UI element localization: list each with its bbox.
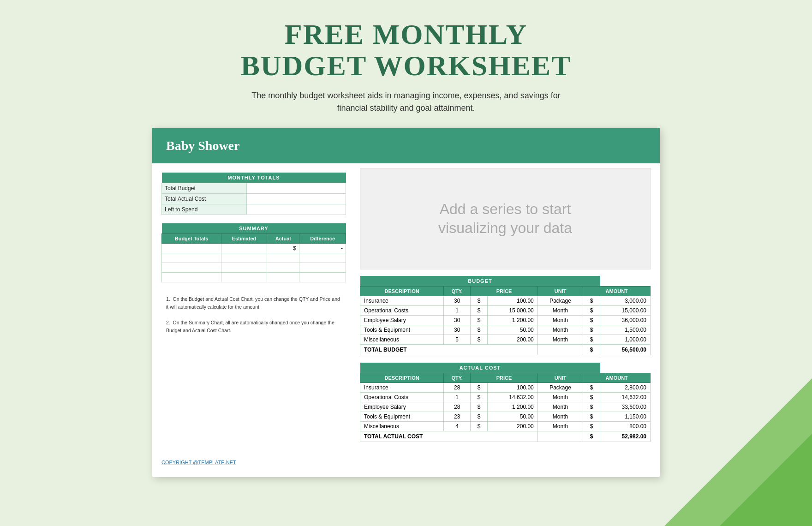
actual-tools-amount: 1,150.00	[600, 412, 651, 422]
actual-operational-qty: 1	[444, 393, 471, 402]
budget-insurance-dollar: $	[471, 296, 488, 306]
title-line1: FREE MONTHLY	[285, 18, 527, 50]
actual-tools-desc: Tools & Equipment	[360, 412, 444, 422]
actual-misc-dollar: $	[471, 422, 488, 431]
budget-col-unit: UNIT	[537, 287, 583, 296]
summary-actual-val[interactable]: $	[267, 244, 299, 253]
total-budget-row: Total Budget	[162, 183, 346, 194]
budget-employee-unit: Month	[537, 316, 583, 325]
summary-r4-c1[interactable]	[162, 273, 221, 282]
budget-employee-dollar: $	[471, 316, 488, 325]
actual-misc-amount: 800.00	[600, 422, 651, 431]
page-wrapper: FREE MONTHLY BUDGET WORKSHEET The monthl…	[0, 0, 812, 477]
summary-r2-c4[interactable]	[299, 253, 346, 263]
actual-insurance-unit: Package	[537, 383, 583, 393]
budget-tools-amount: 1,500.00	[600, 325, 651, 335]
actual-row-insurance: Insurance 28 $ 100.00 Package $ 2,800.00	[360, 383, 651, 393]
actual-total-dollar: $	[583, 431, 600, 442]
actual-insurance-amt-dollar: $	[583, 383, 600, 393]
actual-insurance-desc: Insurance	[360, 383, 444, 393]
summary-estimated-val[interactable]	[221, 244, 267, 253]
budget-operational-unit: Month	[537, 306, 583, 316]
actual-tools-unit: Month	[537, 412, 583, 422]
budget-employee-amt-dollar: $	[583, 316, 600, 325]
actual-operational-amt-dollar: $	[583, 393, 600, 402]
budget-operational-price: 15,000.00	[487, 306, 537, 316]
actual-cost-table: ACTUAL COST DESCRIPTION QTY. PRICE UNIT …	[360, 363, 651, 442]
summary-r3-c3[interactable]	[267, 263, 299, 273]
summary-data-row-2	[162, 253, 346, 263]
budget-tools-price: 50.00	[487, 325, 537, 335]
summary-r2-c1[interactable]	[162, 253, 221, 263]
summary-col-budget-totals: Budget Totals	[162, 234, 221, 244]
actual-col-amount: AMOUNT	[583, 373, 651, 383]
summary-r3-c2[interactable]	[221, 263, 267, 273]
summary-difference-val[interactable]: -	[299, 244, 346, 253]
summary-r4-c4[interactable]	[299, 273, 346, 282]
actual-tools-amt-dollar: $	[583, 412, 600, 422]
actual-cost-col-header: DESCRIPTION QTY. PRICE UNIT AMOUNT	[360, 373, 651, 383]
summary-data-row-1: $ -	[162, 244, 346, 253]
budget-insurance-amt-dollar: $	[583, 296, 600, 306]
notes-section: 1. On the Budget and Actual Cost Chart, …	[161, 291, 346, 334]
budget-total-label: TOTAL BUDGET	[360, 345, 538, 355]
actual-col-qty: QTY.	[444, 373, 471, 383]
summary-table: SUMMARY Budget Totals Estimated Actual D…	[161, 223, 346, 282]
budget-tools-desc: Tools & Equipment	[360, 325, 444, 335]
actual-tools-qty: 23	[444, 412, 471, 422]
actual-col-price: PRICE	[471, 373, 538, 383]
total-actual-cost-value[interactable]	[246, 194, 346, 204]
total-budget-value[interactable]	[246, 183, 346, 194]
monthly-totals-label: MONTHLY TOTALS	[162, 173, 346, 183]
actual-misc-price: 200.00	[487, 422, 537, 431]
budget-table: BUDGET DESCRIPTION QTY. PRICE UNIT AMOUN…	[360, 276, 651, 355]
actual-operational-desc: Operational Costs	[360, 393, 444, 402]
summary-data-row-3	[162, 263, 346, 273]
summary-r4-c3[interactable]	[267, 273, 299, 282]
page-subtitle: The monthly budget worksheet aids in man…	[249, 90, 563, 114]
left-to-spend-value[interactable]	[246, 204, 346, 215]
budget-operational-qty: 1	[444, 306, 471, 316]
budget-employee-price: 1,200.00	[487, 316, 537, 325]
chart-placeholder-text: Add a series to startvisualizing your da…	[438, 200, 572, 238]
doc-content: MONTHLY TOTALS Total Budget Total Actual…	[152, 163, 660, 454]
summary-r2-c2[interactable]	[221, 253, 267, 263]
document-card: Baby Shower MONTHLY TOTALS Total Budget	[152, 128, 660, 477]
actual-operational-price: 14,632.00	[487, 393, 537, 402]
summary-col-actual: Actual	[267, 234, 299, 244]
budget-misc-desc: Miscellaneous	[360, 335, 444, 345]
actual-col-description: DESCRIPTION	[360, 373, 444, 383]
actual-total-label: TOTAL ACTUAL COST	[360, 431, 538, 442]
budget-row-misc: Miscellaneous 5 $ 200.00 Month $ 1,000.0…	[360, 335, 651, 345]
actual-misc-qty: 4	[444, 422, 471, 431]
monthly-totals-table: MONTHLY TOTALS Total Budget Total Actual…	[161, 173, 346, 215]
total-actual-cost-label: Total Actual Cost	[162, 194, 247, 204]
note-2: 2. On the Summary Chart, all are automat…	[166, 319, 341, 335]
actual-row-operational: Operational Costs 1 $ 14,632.00 Month $ …	[360, 393, 651, 402]
summary-r4-c2[interactable]	[221, 273, 267, 282]
actual-employee-amt-dollar: $	[583, 402, 600, 412]
budget-employee-qty: 30	[444, 316, 471, 325]
summary-r3-c4[interactable]	[299, 263, 346, 273]
budget-col-description: DESCRIPTION	[360, 287, 444, 296]
budget-operational-amt-dollar: $	[583, 306, 600, 316]
doc-footer: COPYRIGHT @TEMPLATE.NET	[152, 454, 660, 468]
budget-col-header: DESCRIPTION QTY. PRICE UNIT AMOUNT	[360, 287, 651, 296]
summary-r2-c3[interactable]	[267, 253, 299, 263]
budget-total-dollar: $	[583, 345, 600, 355]
note-1: 1. On the Budget and Actual Cost Chart, …	[166, 295, 341, 311]
left-to-spend-label: Left to Spend	[162, 204, 247, 215]
actual-insurance-dollar: $	[471, 383, 488, 393]
budget-total-amount: 56,500.00	[600, 345, 651, 355]
actual-total-row: TOTAL ACTUAL COST $ 52,982.00	[360, 431, 651, 442]
budget-misc-price: 200.00	[487, 335, 537, 345]
actual-insurance-qty: 28	[444, 383, 471, 393]
budget-row-operational: Operational Costs 1 $ 15,000.00 Month $ …	[360, 306, 651, 316]
title-line2: BUDGET WORKSHEET	[240, 50, 571, 81]
budget-col-qty: QTY.	[444, 287, 471, 296]
summary-r3-c1[interactable]	[162, 263, 221, 273]
doc-header: Baby Shower	[152, 128, 660, 163]
copyright-text[interactable]: COPYRIGHT @TEMPLATE.NET	[161, 460, 236, 465]
budget-employee-desc: Employee Salary	[360, 316, 444, 325]
summary-budget-totals-val[interactable]	[162, 244, 221, 253]
